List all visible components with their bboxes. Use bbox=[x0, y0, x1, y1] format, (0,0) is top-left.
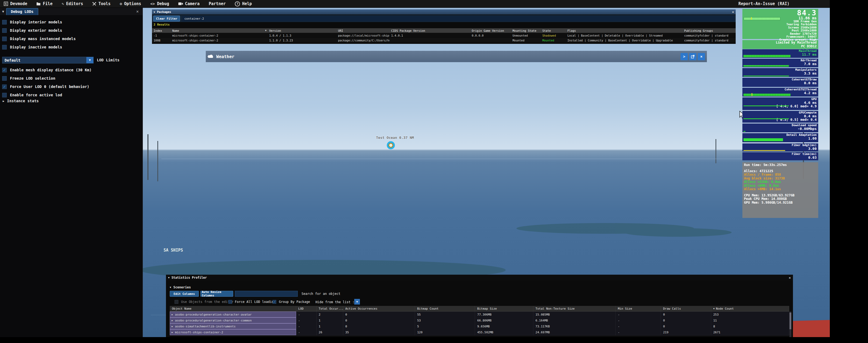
weather-window-bar[interactable]: Weather > × bbox=[206, 51, 707, 62]
col-state[interactable]: State bbox=[541, 29, 566, 32]
panel-filter-icon[interactable]: ▼ bbox=[2, 10, 4, 13]
checkbox-box[interactable] bbox=[175, 300, 178, 304]
memory-stats-box: Run time: 5m:33s.257ms Allocs: 4721225 A… bbox=[742, 162, 818, 218]
checkbox-display-mass-instanced-models[interactable]: Display mass instanced models bbox=[2, 35, 75, 42]
checkbox-box-checked[interactable]: ✓ bbox=[273, 300, 276, 304]
checkbox-box-checked[interactable]: ✓ bbox=[2, 68, 7, 72]
profiler-row[interactable]: ▶asobo-simattachmentlib-instruments - 1 … bbox=[170, 323, 789, 330]
col-uri[interactable]: URI bbox=[337, 29, 390, 32]
lod-limits-dropdown[interactable]: Default ▼ bbox=[2, 57, 94, 63]
object-name-cell[interactable]: ▶asobo-proceduralgeneration-character-co… bbox=[170, 317, 296, 323]
object-name-cell[interactable]: ▶asobo-simattachmentlib-instruments bbox=[170, 323, 296, 329]
meter-gpu: GPU 4.6 ms [ 4.4; 6.0] med= 4.9 bbox=[742, 97, 818, 110]
col-origin-game-version[interactable]: Origin Game Version bbox=[470, 29, 511, 32]
expand-icon[interactable]: ▶ bbox=[172, 331, 173, 334]
checkbox-box[interactable] bbox=[2, 93, 7, 97]
checkbox-box[interactable] bbox=[2, 28, 7, 33]
camera-icon bbox=[178, 2, 183, 5]
clear-filter-button[interactable]: Clear Filter bbox=[153, 15, 180, 22]
checkbox-force-user-lod-0[interactable]: ✓ Force User LOD 0 (default behavior) bbox=[2, 83, 89, 90]
col-total-occurrences[interactable]: Total Occur... bbox=[317, 306, 343, 311]
edit-columns-button[interactable]: Edit Columns bbox=[170, 291, 199, 297]
expand-icon[interactable]: ▶ bbox=[172, 313, 173, 316]
col-bitmap-count[interactable]: Bitmap Count bbox=[415, 306, 475, 311]
object-name-cell[interactable]: ▶microsoft-ships-container-2 bbox=[170, 329, 296, 335]
col-version[interactable]: Version bbox=[268, 29, 337, 32]
checkbox-box[interactable] bbox=[228, 300, 232, 304]
col-cids-package-version[interactable]: CIDS Package Version bbox=[390, 29, 470, 32]
checkbox-enable-mesh-display-distance[interactable]: ✓ Enable mesh display distance (30 Km) bbox=[2, 66, 91, 73]
auto-resize-columns-button[interactable]: Auto Resize Columns bbox=[200, 291, 233, 297]
menu-help[interactable]: ? Help bbox=[235, 1, 252, 6]
tab-debug-lods[interactable]: Debug LODs bbox=[6, 8, 38, 15]
expand-icon[interactable]: ▶ bbox=[172, 325, 173, 328]
checkbox-box[interactable] bbox=[2, 20, 7, 25]
col-publishing-groups[interactable]: Publishing Groups bbox=[682, 29, 735, 32]
menu-options[interactable]: ⚙ Options bbox=[120, 1, 141, 6]
collapse-icon[interactable]: ▼ bbox=[168, 276, 169, 279]
menu-tools[interactable]: Tools bbox=[92, 1, 111, 6]
close-icon[interactable]: × bbox=[136, 9, 139, 14]
checkbox-display-inactive-models[interactable]: Display inactive models bbox=[2, 43, 62, 51]
checkbox-force-all-lod-loading[interactable]: Force All LOD loading bbox=[228, 300, 276, 304]
col-bitmap-size[interactable]: Bitmap Size bbox=[475, 306, 533, 311]
close-icon[interactable]: × bbox=[789, 276, 791, 280]
hide-from-list-dropdown[interactable]: ▼ bbox=[354, 299, 360, 305]
meter-fiber-time: Fiber time(ms) 0.03 bbox=[742, 152, 818, 160]
expand-icon[interactable]: ▶ bbox=[172, 319, 173, 322]
col-flags[interactable]: Flags bbox=[566, 29, 682, 32]
vertical-scrollbar[interactable] bbox=[789, 312, 791, 337]
search-input[interactable] bbox=[235, 291, 298, 297]
checkbox-display-interior-models[interactable]: Display interior models bbox=[2, 19, 62, 26]
packages-title-bar[interactable]: ▼ Packages × bbox=[152, 9, 736, 14]
scrollbar-thumb[interactable] bbox=[789, 313, 791, 329]
filter-input[interactable]: container-2 bbox=[182, 16, 734, 21]
profiler-row[interactable]: ▶asobo-proceduralgeneration-character-av… bbox=[170, 312, 789, 318]
checkbox-box[interactable] bbox=[2, 76, 7, 81]
profiler-row[interactable]: ▶microsoft-ships-container-2 - 26 35 120… bbox=[170, 329, 789, 336]
col-total-non-texture-size[interactable]: Total Non-Texture Size bbox=[533, 306, 616, 311]
profiler-row[interactable]: ▶asobo-proceduralgeneration-character-co… bbox=[170, 317, 789, 324]
profiler-title: Statistics Profiler bbox=[171, 276, 207, 280]
col-name[interactable]: Name▼ bbox=[170, 29, 267, 32]
menu-debug[interactable]: <> Debug bbox=[150, 1, 169, 6]
menu-camera[interactable]: Camera bbox=[178, 1, 199, 6]
package-row[interactable]: -1 microsoft-ships-container-2 1.0.4 / 1… bbox=[152, 33, 736, 38]
menu-file[interactable]: File bbox=[36, 1, 53, 6]
col-active-occurrences[interactable]: Active Occurrences bbox=[343, 306, 415, 311]
menu-partner[interactable]: Partner bbox=[209, 1, 226, 6]
popout-icon[interactable] bbox=[689, 53, 696, 60]
checkbox-box-checked[interactable]: ✓ bbox=[2, 85, 7, 89]
checkbox-box[interactable] bbox=[2, 37, 7, 41]
collapse-arrow-button[interactable]: > bbox=[681, 53, 688, 60]
packages-table-header: Index Name▼ Version URI CIDS Package Ver… bbox=[152, 28, 736, 33]
object-name-cell[interactable]: ▶asobo-proceduralgeneration-character-av… bbox=[170, 312, 296, 317]
col-min-size[interactable]: Min Size bbox=[616, 306, 661, 311]
collapse-icon[interactable]: ▼ bbox=[154, 11, 155, 13]
package-row[interactable]: 1008 microsoft-ships-container-2 1.1.0 /… bbox=[152, 38, 736, 42]
close-icon[interactable]: × bbox=[698, 53, 705, 60]
chevron-down-icon[interactable]: ▼ bbox=[86, 57, 93, 63]
close-icon[interactable]: × bbox=[732, 10, 734, 14]
profiler-title-bar[interactable]: ▼ Statistics Profiler × bbox=[166, 275, 793, 281]
report-an-issue-button[interactable]: Report-An-Issue (RAI) bbox=[738, 1, 789, 6]
translation-gizmo[interactable] bbox=[387, 141, 395, 149]
col-draw-calls[interactable]: Draw Calls bbox=[661, 306, 711, 311]
checkbox-enable-force-active-lod[interactable]: Enable force active lod bbox=[2, 91, 62, 98]
col-mounting-state[interactable]: Mounting State bbox=[511, 29, 541, 32]
checkbox-group-by-package[interactable]: ✓ Group By Package bbox=[273, 300, 310, 304]
checkbox-use-objects-from-editor[interactable]: Use Objects from the editor bbox=[175, 300, 234, 304]
checkbox-display-exterior-models[interactable]: Display exterior models bbox=[2, 27, 62, 34]
menu-devmode[interactable]: Devmode bbox=[4, 1, 27, 6]
sceneries-expander[interactable]: ▼ Sceneries bbox=[170, 285, 191, 289]
col-node-count[interactable]: ▼Node Count bbox=[711, 306, 789, 311]
devmode-icon bbox=[4, 2, 8, 6]
gizmo-center bbox=[389, 143, 393, 148]
checkbox-freeze-lod-selection[interactable]: Freeze LOD selection bbox=[2, 75, 55, 82]
col-object-name[interactable]: Object Name bbox=[170, 306, 296, 311]
checkbox-box[interactable] bbox=[2, 45, 7, 50]
col-index[interactable]: Index bbox=[152, 29, 170, 32]
col-lod[interactable]: LOD bbox=[296, 306, 317, 311]
menu-editors[interactable]: ✎ Editors bbox=[62, 1, 83, 6]
instance-stats-expander[interactable]: ▶ Instance stats bbox=[3, 99, 39, 103]
